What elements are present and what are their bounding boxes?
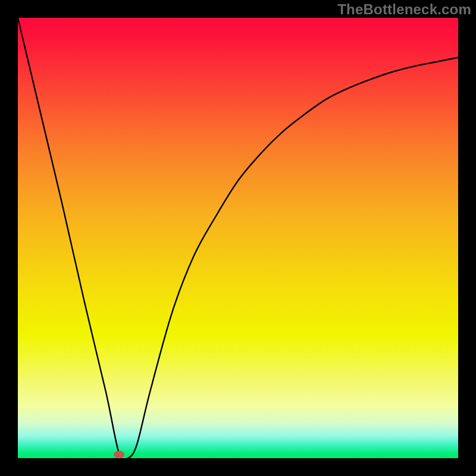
page-root: TheBottleneck.com [0,0,476,476]
watermark-text: TheBottleneck.com [337,1,471,18]
bottleneck-curve [18,18,458,458]
optimal-point-marker [114,451,124,459]
plot-area [18,18,458,458]
